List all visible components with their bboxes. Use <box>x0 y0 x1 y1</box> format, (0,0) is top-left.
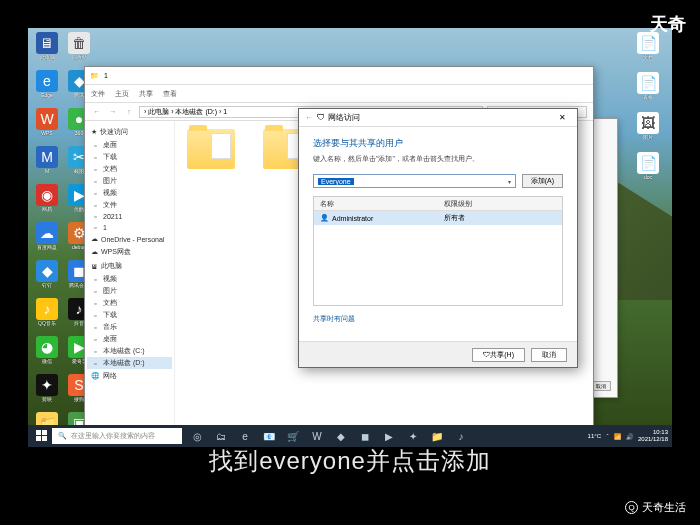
taskbar-app[interactable]: 🛒 <box>282 427 304 445</box>
sidebar-group[interactable]: ☁WPS网盘 <box>87 245 172 259</box>
video-subtitle: 找到everyone并点击添加 <box>0 445 700 477</box>
sidebar-item[interactable]: ▫图片 <box>87 175 172 187</box>
sidebar-item[interactable]: ▫桌面 <box>87 139 172 151</box>
network-share-dialog: ← 🛡 网络访问 ✕ 选择要与其共享的用户 键入名称，然后单击"添加"，或者单击… <box>298 108 578 368</box>
explorer-titlebar[interactable]: 📁 1 <box>85 67 593 85</box>
shield-icon: 🛡 <box>317 113 325 122</box>
sidebar-item[interactable]: ▫图片 <box>87 285 172 297</box>
dialog-title: 网络访问 <box>328 112 360 123</box>
dialog-subtext: 键入名称，然后单击"添加"，或者单击箭头查找用户。 <box>313 154 563 164</box>
taskbar-app[interactable]: W <box>306 427 328 445</box>
sidebar-item[interactable]: ▫本地磁盘 (D:) <box>87 357 172 369</box>
ribbon-tab[interactable]: 主页 <box>115 89 129 99</box>
desktop-icon[interactable]: 📄表格 <box>633 72 663 108</box>
taskbar-app[interactable]: e <box>234 427 256 445</box>
share-users-table: 名称 权限级别 👤Administrator 所有者 <box>313 196 563 306</box>
taskbar-app[interactable]: ◆ <box>330 427 352 445</box>
desktop-icon[interactable]: ◕微信 <box>32 336 62 372</box>
desktop-icon[interactable]: 📄doc <box>633 152 663 188</box>
taskbar-app[interactable]: 📧 <box>258 427 280 445</box>
svg-rect-2 <box>36 436 41 441</box>
close-icon[interactable]: ✕ <box>553 113 571 122</box>
desktop-icon[interactable]: ◆钉钉 <box>32 260 62 296</box>
ribbon-tab[interactable]: 文件 <box>91 89 105 99</box>
desktop-icon[interactable]: 🗑回收站 <box>64 32 94 68</box>
svg-rect-0 <box>36 430 41 435</box>
desktop-icon[interactable]: ◉网易 <box>32 184 62 220</box>
desktop-icons-right: 📄文档📄表格🖼图片📄doc <box>633 32 668 188</box>
sidebar-item[interactable]: ▫20211 <box>87 211 172 222</box>
taskbar-app[interactable]: 📁 <box>426 427 448 445</box>
sidebar-group[interactable]: 🌐网络 <box>87 369 172 383</box>
start-button[interactable] <box>32 427 52 445</box>
sidebar-group[interactable]: ☁OneDrive - Personal <box>87 233 172 245</box>
share-button[interactable]: 🛡 共享(H) <box>472 348 525 362</box>
ribbon-tab[interactable]: 查看 <box>163 89 177 99</box>
explorer-ribbon: 文件主页共享查看 <box>85 85 593 103</box>
sidebar-item[interactable]: ▫视频 <box>87 187 172 199</box>
desktop-icon[interactable]: WWPS <box>32 108 62 144</box>
ribbon-tab[interactable]: 共享 <box>139 89 153 99</box>
add-button[interactable]: 添加(A) <box>522 174 563 188</box>
desktop-icon[interactable]: 🖥此电脑 <box>32 32 62 68</box>
table-row[interactable]: 👤Administrator 所有者 <box>314 211 562 225</box>
col-permission[interactable]: 权限级别 <box>438 197 562 210</box>
dialog-heading: 选择要与其共享的用户 <box>313 137 563 150</box>
taskbar-app[interactable]: ♪ <box>450 427 472 445</box>
desktop-icon[interactable]: 🖼图片 <box>633 112 663 148</box>
desktop-icon[interactable]: MM <box>32 146 62 182</box>
sidebar-item[interactable]: ▫文档 <box>87 297 172 309</box>
nav-back-button[interactable]: ← <box>91 106 103 118</box>
system-tray[interactable]: 11°C ˄ 📶 🔊 10:13 2021/12/18 <box>588 429 668 442</box>
sidebar-group[interactable]: 🖥此电脑 <box>87 259 172 273</box>
folder-item[interactable] <box>183 129 239 193</box>
sidebar-item[interactable]: ▫下载 <box>87 309 172 321</box>
sidebar-group[interactable]: ★快速访问 <box>87 125 172 139</box>
clock[interactable]: 10:13 2021/12/18 <box>638 429 668 442</box>
chevron-down-icon[interactable]: ▾ <box>508 178 511 185</box>
tray-chevron-icon[interactable]: ˄ <box>606 433 609 440</box>
desktop-icon[interactable]: eEdge <box>32 70 62 106</box>
sidebar-item[interactable]: ▫视频 <box>87 273 172 285</box>
search-icon: 🔍 <box>58 432 67 440</box>
sidebar-item[interactable]: ▫1 <box>87 222 172 233</box>
desktop-icon[interactable]: 📄文档 <box>633 32 663 68</box>
volume-icon[interactable]: 🔊 <box>626 433 633 440</box>
watermark-top: 天奇 <box>650 12 686 36</box>
bg-cancel-button[interactable]: 取消 <box>591 381 611 391</box>
magnifier-icon: Q <box>625 501 638 514</box>
network-icon[interactable]: 📶 <box>614 433 621 440</box>
sidebar-item[interactable]: ▫文件 <box>87 199 172 211</box>
desktop-icon[interactable]: ☁百度网盘 <box>32 222 62 258</box>
user-icon: 👤 <box>320 214 329 222</box>
svg-rect-3 <box>42 436 47 441</box>
sidebar-item[interactable]: ▫音乐 <box>87 321 172 333</box>
taskbar-app[interactable]: ✦ <box>402 427 424 445</box>
back-arrow-icon[interactable]: ← <box>305 113 313 122</box>
col-name[interactable]: 名称 <box>314 197 438 210</box>
desktop-icon[interactable]: ✦剪映 <box>32 374 62 410</box>
explorer-sidebar: ★快速访问▫桌面▫下载▫文档▫图片▫视频▫文件▫20211▫1☁OneDrive… <box>85 121 175 436</box>
explorer-title: 1 <box>101 71 111 81</box>
nav-forward-button[interactable]: → <box>107 106 119 118</box>
taskbar-search[interactable]: 🔍 在这里输入你要搜索的内容 <box>52 428 182 444</box>
sidebar-item[interactable]: ▫本地磁盘 (C:) <box>87 345 172 357</box>
taskbar-app[interactable]: ◎ <box>186 427 208 445</box>
svg-rect-1 <box>42 430 47 435</box>
sidebar-item[interactable]: ▫桌面 <box>87 333 172 345</box>
sidebar-item[interactable]: ▫文档 <box>87 163 172 175</box>
cancel-button[interactable]: 取消 <box>531 348 567 362</box>
user-combobox[interactable]: Everyone ▾ <box>313 174 516 188</box>
sidebar-item[interactable]: ▫下载 <box>87 151 172 163</box>
taskbar-app[interactable]: ◼ <box>354 427 376 445</box>
taskbar-app[interactable]: ▶ <box>378 427 400 445</box>
watermark-bottom: Q 天奇生活 <box>625 500 686 515</box>
folder-icon: 📁 <box>89 71 99 81</box>
nav-up-button[interactable]: ↑ <box>123 106 135 118</box>
weather-widget[interactable]: 11°C <box>588 433 601 439</box>
taskbar: 🔍 在这里输入你要搜索的内容 ◎🗂e📧🛒W◆◼▶✦📁♪ 11°C ˄ 📶 🔊 1… <box>28 425 672 447</box>
desktop-icon[interactable]: ♪QQ音乐 <box>32 298 62 334</box>
taskbar-app[interactable]: 🗂 <box>210 427 232 445</box>
sharing-help-link[interactable]: 共享时有问题 <box>313 314 563 324</box>
